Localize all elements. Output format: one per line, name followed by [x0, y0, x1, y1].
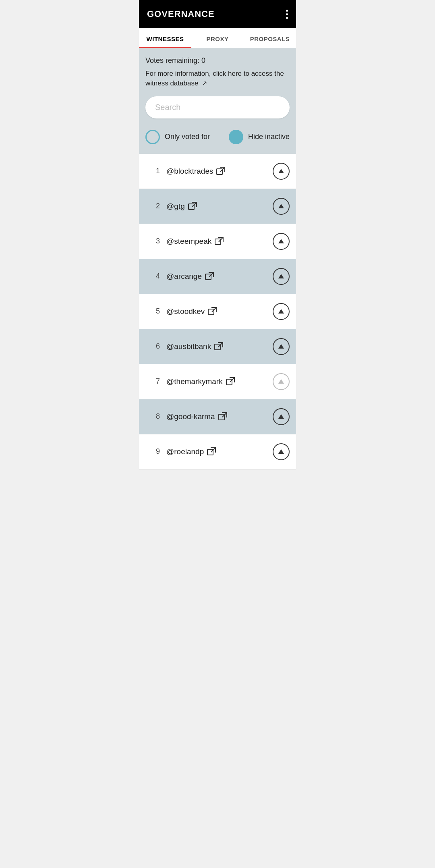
search-input[interactable] — [145, 96, 290, 118]
witness-list: 1@blocktrades 2@gtg 3@steempeak 4@arcang… — [139, 154, 296, 469]
svg-rect-2 — [188, 204, 194, 210]
witness-name-area: @arcange — [166, 272, 269, 281]
hide-inactive-label: Hide inactive — [248, 133, 290, 141]
witness-name-area: @blocktrades — [166, 167, 269, 176]
witness-rank: 3 — [145, 237, 160, 245]
external-link-icon[interactable] — [208, 307, 217, 316]
table-row: 7@themarkymark — [139, 364, 296, 399]
vote-button[interactable] — [273, 163, 290, 180]
table-row: 2@gtg — [139, 189, 296, 224]
witness-name: @arcange — [166, 272, 202, 281]
witness-rank: 4 — [145, 272, 160, 280]
search-container — [145, 96, 290, 118]
tab-bar: WITNESSES PROXY PROPOSALS — [139, 28, 296, 48]
witness-name-area: @steempeak — [166, 237, 269, 246]
external-link-icon[interactable] — [207, 447, 216, 456]
table-row: 5@stoodkev — [139, 294, 296, 329]
vote-button[interactable] — [273, 268, 290, 285]
svg-rect-14 — [219, 414, 224, 420]
hide-inactive-toggle[interactable] — [229, 130, 243, 144]
svg-rect-16 — [207, 449, 213, 455]
svg-rect-4 — [215, 239, 221, 245]
witness-rank: 7 — [145, 377, 160, 386]
witness-rank: 5 — [145, 307, 160, 316]
witness-name-area: @roelandp — [166, 447, 269, 456]
info-text[interactable]: For more information, click here to acce… — [145, 69, 290, 88]
witness-name: @themarkymark — [166, 377, 223, 386]
vote-button[interactable] — [273, 198, 290, 215]
tab-witnesses[interactable]: WITNESSES — [139, 28, 191, 48]
svg-rect-0 — [217, 169, 222, 174]
vote-button[interactable] — [273, 338, 290, 355]
only-voted-for-toggle[interactable] — [145, 130, 160, 144]
vote-button[interactable] — [273, 233, 290, 250]
witness-name-area: @good-karma — [166, 412, 269, 421]
table-row: 6@ausbitbank — [139, 329, 296, 364]
vote-button[interactable] — [273, 303, 290, 320]
witness-rank: 6 — [145, 342, 160, 351]
witness-rank: 2 — [145, 202, 160, 210]
witness-name-area: @themarkymark — [166, 377, 269, 386]
tab-proposals[interactable]: PROPOSALS — [244, 28, 296, 48]
witness-rank: 8 — [145, 412, 160, 421]
svg-rect-6 — [205, 274, 211, 280]
only-voted-for-label: Only voted for — [165, 133, 210, 141]
witness-name: @blocktrades — [166, 167, 213, 176]
svg-rect-10 — [215, 344, 220, 350]
external-link-icon[interactable] — [215, 237, 224, 246]
only-voted-for-filter[interactable]: Only voted for — [145, 130, 210, 144]
witness-name-area: @ausbitbank — [166, 342, 269, 351]
vote-button[interactable] — [273, 373, 290, 390]
external-link-icon[interactable] — [216, 167, 225, 176]
witness-name: @ausbitbank — [166, 342, 211, 351]
vote-button[interactable] — [273, 408, 290, 425]
external-link-icon[interactable] — [226, 377, 235, 386]
filters-row: Only voted for Hide inactive — [145, 127, 290, 146]
witness-name-area: @gtg — [166, 202, 269, 211]
witness-name: @gtg — [166, 202, 185, 211]
more-vertical-icon[interactable] — [286, 10, 288, 19]
table-row: 1@blocktrades — [139, 154, 296, 189]
external-link-icon[interactable] — [218, 412, 227, 421]
witness-name-area: @stoodkev — [166, 307, 269, 316]
external-link-icon: ↗︎ — [202, 80, 207, 87]
external-link-icon[interactable] — [214, 342, 223, 351]
app-title: GOVERNANCE — [147, 9, 215, 19]
tab-proxy[interactable]: PROXY — [191, 28, 244, 48]
external-link-icon[interactable] — [188, 202, 197, 211]
svg-rect-8 — [208, 309, 214, 315]
table-row: 8@good-karma — [139, 399, 296, 434]
vote-button[interactable] — [273, 443, 290, 460]
witness-name: @steempeak — [166, 237, 211, 246]
content-area: Votes remaining: 0 For more information,… — [139, 48, 296, 154]
witness-name: @roelandp — [166, 447, 204, 456]
table-row: 3@steempeak — [139, 224, 296, 259]
external-link-icon[interactable] — [205, 272, 214, 281]
app-header: GOVERNANCE — [139, 0, 296, 28]
witness-name: @stoodkev — [166, 307, 205, 316]
table-row: 4@arcange — [139, 259, 296, 294]
witness-name: @good-karma — [166, 412, 215, 421]
witness-rank: 1 — [145, 167, 160, 175]
svg-rect-12 — [226, 379, 232, 385]
table-row: 9@roelandp — [139, 434, 296, 469]
votes-remaining-label: Votes remaining: 0 — [145, 56, 290, 65]
hide-inactive-filter[interactable]: Hide inactive — [229, 130, 290, 144]
witness-rank: 9 — [145, 447, 160, 456]
